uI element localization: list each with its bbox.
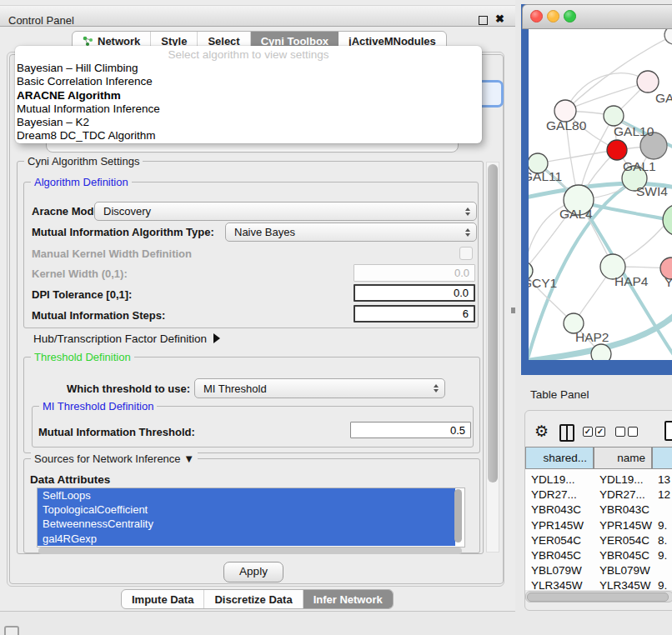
network-edge (565, 82, 648, 111)
algorithm-option[interactable]: Bayesian – Hill Climbing (16, 62, 481, 75)
zoom-traffic-light[interactable] (564, 10, 576, 22)
table-cell[interactable]: YBR045C (599, 549, 649, 562)
combo-arrows-icon (434, 384, 444, 392)
network-graph: GALGAL80GAL10GAL1GAL11SWI4GAL4GCY1HAP4YH… (529, 28, 672, 360)
data-attribute-item[interactable]: TopologicalCoefficient (38, 502, 455, 517)
mini-dock-icon[interactable] (4, 626, 19, 635)
algorithm-options-list: Bayesian – Hill ClimbingBasic Correlatio… (16, 62, 481, 143)
algorithm-dropdown-placeholder: Select algorithm to view settings (15, 48, 482, 61)
attributes-vscrollbar-thumb[interactable] (454, 489, 462, 542)
table-cell[interactable]: 13 (658, 473, 670, 486)
table-cell[interactable]: YLR345W (531, 579, 583, 590)
manual-kernel-width-checkbox[interactable] (459, 247, 473, 260)
table-cell[interactable]: YBL079W (599, 564, 650, 577)
select-all-icon[interactable]: ✓ (583, 427, 593, 437)
close-icon[interactable]: ✖ (495, 12, 504, 25)
dpi-tolerance-input[interactable] (354, 284, 475, 302)
table-cell[interactable]: YDL19... (531, 473, 575, 486)
split-columns-icon[interactable] (559, 424, 574, 442)
network-node[interactable] (591, 344, 611, 360)
select-all-icon[interactable]: ✓ (595, 427, 605, 437)
control-panel-titlebar: Control Panel ✖ (0, 5, 515, 27)
network-node-label: GAL80 (546, 118, 587, 132)
table-cell[interactable]: YBL079W (531, 564, 582, 577)
table-cell[interactable]: 9. (658, 519, 667, 532)
kernel-width-label: Kernel Width (0,1): (32, 268, 128, 280)
deselect-all-icon[interactable] (628, 427, 638, 437)
control-panel-title: Control Panel (8, 14, 74, 27)
algorithm-option[interactable]: ARACNE Algorithm (16, 89, 481, 102)
network-node-label: HAP2 (575, 330, 609, 344)
table-cell[interactable]: YDR27... (599, 488, 645, 501)
mi-steps-input[interactable] (354, 305, 475, 322)
node-attribute-table[interactable]: shared...nameAYDL19...YDL19...13YDR27...… (525, 447, 672, 590)
column-header-A[interactable]: A (652, 447, 672, 469)
mi-threshold-input[interactable] (350, 422, 471, 438)
apply-button[interactable]: Apply (223, 562, 283, 582)
tab-infer-network[interactable]: Infer Network (303, 590, 393, 608)
algorithm-definition-title: Algorithm Definition (31, 176, 132, 188)
network-node-label: GAL1 (623, 159, 656, 173)
network-node[interactable] (604, 106, 624, 126)
close-traffic-light[interactable] (530, 10, 543, 22)
table-cell[interactable]: YER054C (531, 534, 581, 547)
mi-threshold-group-title: MI Threshold Definition (39, 400, 157, 412)
algorithm-option[interactable]: Dream8 DC_TDC Algorithm (16, 129, 481, 142)
table-cell[interactable]: YER054C (599, 534, 649, 547)
algorithm-option[interactable]: Basic Correlation Inference (16, 75, 481, 88)
attributes-hscrollbar-thumb[interactable] (38, 548, 462, 554)
network-canvas[interactable]: GALGAL80GAL10GAL1GAL11SWI4GAL4GCY1HAP4YH… (529, 28, 672, 360)
network-node[interactable] (663, 204, 672, 236)
hub-definition-toggle[interactable]: Hub/Transcription Factor Definition (33, 332, 220, 345)
column-header-name[interactable]: name (594, 447, 652, 469)
network-node-label: HAP4 (614, 274, 649, 288)
minimize-traffic-light[interactable] (547, 10, 559, 22)
gear-icon[interactable]: ⚙ (534, 422, 549, 441)
which-threshold-combo[interactable]: MI Threshold (194, 378, 445, 398)
table-cell[interactable]: YDR27... (531, 488, 577, 501)
tab-label: Impute Data (132, 593, 193, 606)
page-icon[interactable] (664, 421, 672, 441)
table-cell[interactable]: YBR043C (531, 503, 581, 516)
tab-discretize-data[interactable]: Discretize Data (204, 590, 303, 608)
kernel-width-input[interactable] (354, 264, 475, 282)
data-attributes-label: Data Attributes (30, 473, 110, 486)
float-window-icon[interactable] (479, 16, 488, 25)
expand-right-icon (213, 333, 220, 343)
network-node[interactable] (664, 28, 672, 44)
table-cell[interactable]: 12 (658, 488, 670, 501)
bottom-tab-bar: Impute DataDiscretize DataInfer Network (121, 589, 394, 609)
table-cell[interactable]: 9. (658, 549, 667, 562)
sources-group-title[interactable]: Sources for Network Inference ▼ (31, 452, 198, 465)
aracne-mode-combo[interactable]: Discovery (94, 202, 477, 221)
which-threshold-value: MI Threshold (195, 382, 267, 395)
network-node-label: Y (664, 275, 672, 289)
data-attribute-item[interactable]: gal4RGexp (38, 532, 455, 546)
deselect-all-icon[interactable] (615, 427, 625, 437)
table-hscrollbar-thumb[interactable] (527, 592, 669, 602)
network-node[interactable] (637, 71, 659, 92)
data-attribute-item[interactable]: BetweennessCentrality (38, 517, 455, 531)
splitter-handle[interactable] (511, 308, 515, 313)
table-cell[interactable]: 8. (658, 534, 667, 547)
mi-algorithm-type-combo[interactable]: Naive Bayes (225, 222, 477, 242)
tab-impute-data[interactable]: Impute Data (122, 590, 204, 608)
data-attributes-list[interactable]: SelfLoopsTopologicalCoefficientBetweenne… (37, 488, 465, 548)
network-node[interactable] (607, 140, 627, 160)
table-cell[interactable]: YPR145W (531, 519, 584, 532)
column-header-shared[interactable]: shared... (525, 447, 594, 469)
table-cell[interactable]: YPR145W (599, 519, 652, 532)
which-threshold-label: Which threshold to use: (67, 382, 190, 395)
dpi-tolerance-label: DPI Tolerance [0,1]: (32, 288, 132, 301)
data-attribute-item[interactable]: SelfLoops (38, 488, 455, 502)
settings-scrollbar-thumb[interactable] (488, 164, 498, 482)
collapse-down-icon: ▼ (183, 452, 194, 465)
table-cell[interactable]: YBR043C (599, 503, 649, 516)
table-cell[interactable]: YBR045C (531, 549, 581, 562)
table-cell[interactable]: YDL19... (599, 473, 644, 486)
table-cell[interactable]: YLR345W (599, 579, 651, 590)
manual-kernel-width-label: Manual Kernel Width Definition (32, 248, 192, 260)
algorithm-option[interactable]: Bayesian – K2 (16, 116, 481, 129)
table-cell[interactable]: 9. (658, 579, 667, 590)
algorithm-option[interactable]: Mutual Information Inference (16, 102, 481, 116)
